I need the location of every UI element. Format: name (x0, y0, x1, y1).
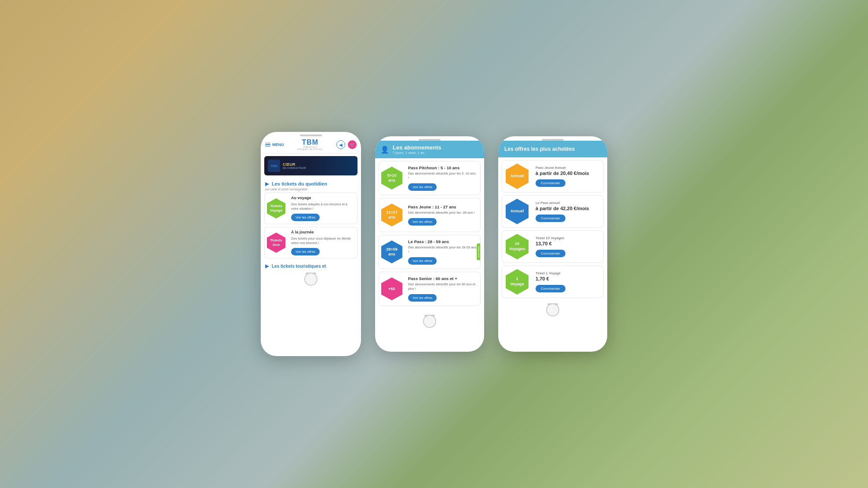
ticket-jour-desc: Des tickets pour vous déplacer en illimi… (291, 237, 354, 245)
phone-1-home-btn[interactable] (304, 273, 317, 286)
pass-senior-hex-wrap: +60 (379, 276, 405, 302)
pass-adulte-info: Le Pass : 28 - 59 ans Des abonnements at… (405, 237, 480, 268)
offre-10-voyages-hex: 10 Voyages (506, 234, 529, 259)
banner-content: CŒUR DE CONDUCTEUR (283, 162, 306, 169)
tbm-header: MENU TBM TRANSPORTSBORDEAUX MÉTROPOLE ◀ … (261, 136, 361, 153)
abonnements-header: 👤 Les abonnements 7 jours, 1 mois, 1 an (375, 141, 484, 158)
phone-1-home (261, 276, 361, 285)
offre-pass-annuel-info: Le Pass annuel à partir de 42,20 €/mois … (532, 198, 603, 225)
banner-sub: DE CONDUCTEUR (283, 167, 306, 169)
pass-pitchoun-desc: Des abonnements attractifs pour les 5 -1… (408, 171, 477, 180)
offre-jeune-annuel-card: Annuel Pass Jeune Annuel à partir de 20,… (502, 160, 604, 193)
ticket-voyage-hex-container: Tickets Voyage (265, 193, 288, 224)
pass-adulte-btn[interactable]: Voir les offres (408, 257, 437, 265)
ticket-jour-btn[interactable]: Voir les offres (291, 248, 320, 255)
phone-2-home (375, 318, 484, 327)
phone-2-home-btn[interactable] (423, 315, 436, 328)
section1-title: Les tickets du quotidien (272, 181, 327, 186)
phone-1-content: MENU TBM TRANSPORTSBORDEAUX MÉTROPOLE ◀ … (261, 136, 361, 270)
offre-1-voyage-hex-wrap: 1 Voyage (502, 267, 532, 296)
phone-3-home (498, 307, 607, 316)
offre-1-voyage-btn[interactable]: Commander (536, 285, 565, 292)
pass-pitchoun-hex-wrap: 5>10ans (379, 165, 405, 191)
offre-pass-annuel-hex-text: Annuel (511, 209, 524, 214)
offre-10-voyages-card: 10 Voyages Ticket 10 Voyages 13,70 € Com… (502, 230, 604, 263)
ticket-jour-hex: Tickets Jour (267, 233, 285, 253)
offre-pass-annuel-name: Le Pass annuel (536, 201, 600, 205)
phone-2-speaker (375, 136, 484, 140)
offre-1-voyage-hex: 1 Voyage (506, 269, 529, 295)
banner-title: CŒUR (283, 162, 306, 167)
offre-10-voyages-info: Ticket 10 Voyages 13,70 € Commander (532, 233, 603, 260)
pass-adulte-hex: 28>59ans (381, 240, 402, 263)
offre-jeune-annuel-hex: Annuel (506, 164, 529, 189)
pass-jeune-hex-wrap: 11>27ans (379, 202, 405, 228)
menu-button[interactable]: MENU (265, 142, 284, 147)
phone-3: Les offres les plus achetées Annuel Pass… (498, 136, 607, 352)
banner-logo: TBM (268, 160, 280, 172)
offre-10-voyages-name: Ticket 10 Voyages (536, 236, 600, 240)
ticket-voyage-desc: Des tickets adaptés à vos besoins et à v… (291, 202, 354, 211)
menu-label: MENU (272, 142, 284, 147)
phone-2: 👤 Les abonnements 7 jours, 1 mois, 1 an … (375, 136, 484, 352)
ticket-voyage-card: Tickets Voyage Au voyage Des tickets ada… (264, 193, 357, 224)
phone-3-home-btn[interactable] (546, 303, 559, 317)
offres-header: Les offres les plus achetées (498, 141, 607, 157)
pass-adulte-hex-wrap: 28>59ans (379, 239, 405, 265)
offre-1-voyage-info: Ticket 1 Voyage 1,70 € Commander (532, 269, 603, 295)
pass-senior-hex: +60 (381, 277, 402, 300)
ticket-voyage-hex-text: Tickets Voyage (270, 204, 282, 212)
user-icon[interactable]: ◀ (336, 140, 345, 149)
pass-senior-hex-text: +60 (388, 287, 395, 291)
offre-10-voyages-btn[interactable]: Commander (536, 250, 565, 257)
pass-senior-card: +60 Pass Senior : 60 ans et + Des abonne… (379, 272, 481, 306)
phones-container: MENU TBM TRANSPORTSBORDEAUX MÉTROPOLE ◀ … (0, 0, 868, 488)
phone-3-speaker (498, 136, 607, 140)
offre-1-voyage-price: 1,70 € (536, 276, 600, 281)
offre-jeune-annuel-btn[interactable]: Commander (536, 179, 565, 187)
pass-pitchoun-title: Pass Pitchoun : 5 - 10 ans (408, 165, 477, 170)
section1-subtitle: sur carte et ticket rechargeable (261, 188, 361, 193)
offre-1-voyage-hex-text: 1 Voyage (510, 277, 524, 287)
abonnements-title: Les abonnements (393, 144, 441, 151)
phone-1: MENU TBM TRANSPORTSBORDEAUX MÉTROPOLE ◀ … (261, 132, 361, 356)
ticket-jour-title: À la journée (291, 230, 354, 234)
offre-jeune-annuel-hex-text: Annuel (511, 174, 524, 179)
section1-header: ▶ Les tickets du quotidien (261, 178, 361, 188)
offre-pass-annuel-card: Annuel Le Pass annuel à partir de 42,20 … (502, 195, 604, 228)
section2-title: Les tickets touristiques et (272, 264, 326, 269)
phone-3-content: Les offres les plus achetées Annuel Pass… (498, 141, 607, 301)
tbm-icons: ◀ 🛒 (336, 140, 357, 149)
pass-pitchoun-hex-text: 5>10ans (387, 173, 396, 183)
ticket-jour-hex-text: Tickets Jour (270, 238, 282, 247)
pass-pitchoun-card: 5>10ans Pass Pitchoun : 5 - 10 ans Des a… (379, 161, 481, 195)
offre-1-voyage-card: 1 Voyage Ticket 1 Voyage 1,70 € Commande… (502, 266, 604, 298)
pass-pitchoun-btn[interactable]: Voir les offres (408, 183, 437, 191)
pass-jeune-btn[interactable]: Voir les offres (408, 218, 437, 226)
pass-senior-btn[interactable]: Voir les offres (408, 294, 437, 302)
abonnements-icon: 👤 (380, 146, 389, 154)
offre-pass-annuel-price: à partir de 42,20 €/mois (536, 206, 600, 211)
offre-pass-annuel-btn[interactable]: Commander (536, 215, 565, 222)
pass-adulte-card: 28>59ans Le Pass : 28 - 59 ans Des abonn… (379, 235, 481, 269)
offre-jeune-annuel-name: Pass Jeune Annuel (536, 166, 600, 170)
cart-icon[interactable]: 🛒 (348, 140, 357, 149)
pass-senior-title: Pass Senior : 60 ans et + (408, 276, 477, 281)
pass-pitchoun-info: Pass Pitchoun : 5 - 10 ans Des abonnemen… (405, 163, 480, 194)
pass-senior-desc: Des abonnements attractifs pour les 60 a… (408, 282, 477, 291)
votre-avis-tab[interactable]: Votre avis (477, 244, 481, 260)
pass-jeune-title: Pass Jeune : 11 - 27 ans (408, 204, 477, 209)
phone-1-speaker (261, 132, 361, 135)
tbm-logo-text: TBM (297, 139, 323, 146)
pass-adulte-hex-text: 28>59ans (386, 247, 397, 257)
pass-adulte-desc: Des abonnements attractifs pour les 28-5… (408, 245, 477, 254)
ticket-voyage-btn[interactable]: Voir les offres (291, 214, 320, 221)
offre-jeune-annuel-price: à partir de 20,40 €/mois (536, 171, 600, 176)
offre-10-voyages-price: 13,70 € (536, 241, 600, 246)
pass-pitchoun-hex: 5>10ans (381, 167, 402, 189)
offre-10-voyages-hex-text: 10 Voyages (509, 241, 525, 251)
offres-header-title: Les offres les plus achetées (504, 146, 601, 152)
ticket-voyage-info: Au voyage Des tickets adaptés à vos beso… (288, 193, 357, 224)
banner-logo-text: TBM (270, 164, 277, 168)
offre-jeune-annuel-hex-wrap: Annuel (502, 162, 532, 191)
